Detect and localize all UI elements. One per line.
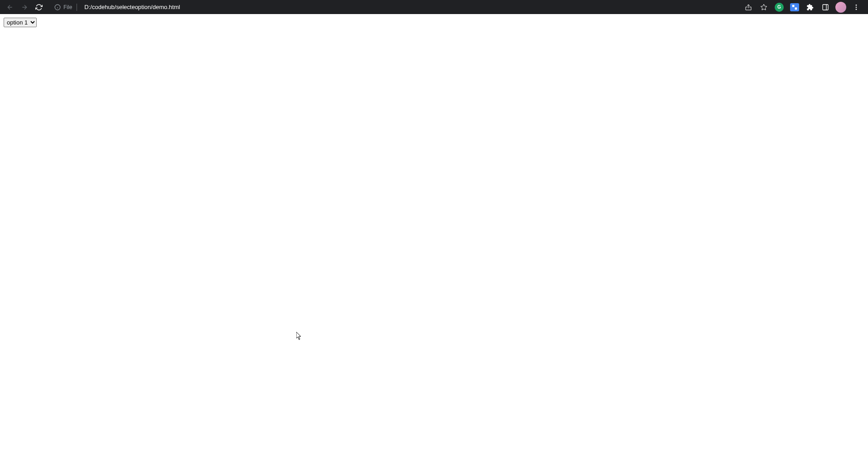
avatar-icon xyxy=(835,2,846,13)
reload-button[interactable] xyxy=(33,1,45,14)
menu-button[interactable] xyxy=(850,1,863,14)
forward-button[interactable] xyxy=(18,1,31,14)
svg-rect-4 xyxy=(823,5,828,10)
svg-marker-3 xyxy=(761,4,767,10)
address-bar[interactable]: File D:/codehub/selecteoption/demo.html xyxy=(51,1,737,14)
page-content: option 1 xyxy=(0,14,868,458)
browser-toolbar: File D:/codehub/selecteoption/demo.html … xyxy=(0,0,868,14)
info-icon xyxy=(54,4,61,10)
site-info[interactable]: File xyxy=(51,4,82,11)
extension-translate[interactable] xyxy=(788,1,801,14)
share-button[interactable] xyxy=(742,1,755,14)
extension-grammarly[interactable]: G xyxy=(773,1,786,14)
profile-button[interactable] xyxy=(834,1,847,14)
panel-icon xyxy=(822,4,829,11)
arrow-right-icon xyxy=(21,4,28,11)
bookmark-button[interactable] xyxy=(757,1,770,14)
svg-point-7 xyxy=(856,6,857,8)
translate-icon xyxy=(790,3,799,11)
grammarly-icon: G xyxy=(775,3,784,12)
demo-select[interactable]: option 1 xyxy=(4,18,37,27)
puzzle-icon xyxy=(806,4,814,11)
url-text: D:/codehub/selecteoption/demo.html xyxy=(82,4,180,10)
extensions-button[interactable] xyxy=(804,1,816,14)
url-scheme-label: File xyxy=(63,4,72,10)
arrow-left-icon xyxy=(6,4,14,11)
back-button[interactable] xyxy=(4,1,16,14)
toolbar-right: G xyxy=(742,1,864,14)
side-panel-button[interactable] xyxy=(819,1,832,14)
reload-icon xyxy=(35,4,43,11)
share-icon xyxy=(745,4,752,11)
dots-vertical-icon xyxy=(853,4,860,11)
divider xyxy=(77,4,77,11)
svg-point-8 xyxy=(856,9,857,10)
star-icon xyxy=(760,4,767,11)
svg-point-6 xyxy=(856,5,857,6)
